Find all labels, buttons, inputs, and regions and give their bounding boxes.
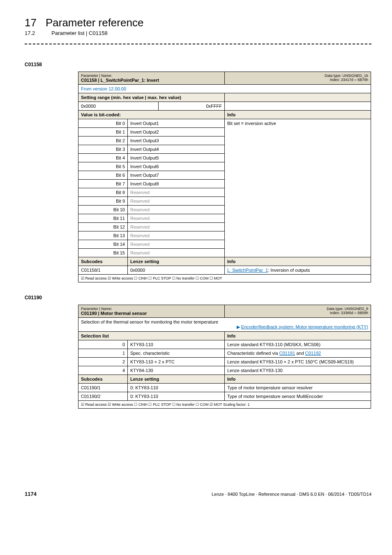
access-row: ☑ Read access ☑ Write access ☐ CINH ☐ PL…: [78, 275, 371, 282]
sel-num: 2: [78, 358, 128, 366]
subcode-info-suffix: : Inversion of outputs: [268, 268, 310, 273]
bit-desc: Reserved: [128, 197, 225, 206]
param-name-label: Parameter | Name:: [81, 307, 222, 311]
subcode-value: C01190/2: [78, 392, 128, 401]
divider: [25, 44, 371, 44]
link-c01191[interactable]: C01191: [279, 351, 295, 356]
access-row: ☑ Read access ☑ Write access ☐ CINH ☐ PL…: [78, 401, 371, 409]
bit-label: Bit 14: [78, 240, 128, 249]
param-index: Index: 23385d = 5B59h: [227, 311, 368, 315]
info-header: Info: [225, 257, 371, 266]
sel-info: Lenze standard KTY83-110 + 2 x PTC 150°C…: [225, 358, 371, 366]
sel-info: Lenze standard KTY83-130: [225, 366, 371, 375]
subcode-value: C01190/1: [78, 384, 128, 392]
bit-label: Bit 8: [78, 188, 128, 197]
lenze-header: Lenze setting: [128, 375, 225, 384]
sel-name: KTY83-110 + 2 x PTC: [128, 358, 225, 366]
bit-label: Bit 3: [78, 145, 128, 154]
bit-desc: Reserved: [128, 231, 225, 240]
subcode-info: Type of motor temperature sensor MultiEn…: [225, 392, 371, 401]
param-dtype: Data type: UNSIGNED_8: [227, 307, 368, 311]
bit-desc: Reserved: [128, 206, 225, 214]
version-cell: From version 12.00.00: [78, 85, 371, 93]
param-name-label: Parameter | Name:: [81, 74, 222, 78]
bit-label: Bit 15: [78, 249, 128, 257]
sel-info: Lenze standard KTY83-110 (MDSKX, MCS06): [225, 340, 371, 349]
description-cell: Selection of the thermal sensor for moni…: [78, 318, 371, 332]
bit-desc: Invert Output8: [128, 180, 225, 188]
bit-label: Bit 5: [78, 162, 128, 171]
param-index: Index: 23417d = 5B79h: [227, 78, 368, 82]
bit-desc: Invert Output5: [128, 154, 225, 162]
subcode-info: Type of motor temperature sensor resolve…: [225, 384, 371, 392]
lenze-value: 0x0000: [128, 266, 225, 275]
subcode-info: L_SwitchPointPar_1: Inversion of outputs: [225, 266, 371, 275]
link-encoder-feedback[interactable]: Encoder/feedback system: Motor temperatu…: [241, 324, 368, 329]
subcodes-header: Subcodes: [78, 375, 128, 384]
blank-cell: [225, 102, 371, 111]
bit-desc: Invert Output1: [128, 119, 225, 128]
section-number: 17.2: [25, 30, 35, 36]
sel-info: Characteristic defined via C01191 and C0…: [225, 349, 371, 358]
param-header-cell: Parameter | Name: C01190 | Motor thermal…: [78, 305, 225, 318]
selection-header: Selection list: [78, 332, 225, 340]
section-title: Parameter list | C01158: [51, 30, 107, 36]
bitcoded-label: Value is bit-coded:: [78, 111, 225, 119]
sel-name: Spec. characteristic: [128, 349, 225, 358]
bit-desc: Reserved: [128, 223, 225, 231]
bit-label: Bit 9: [78, 197, 128, 206]
page-footer: 1174 Lenze · 8400 TopLine · Reference ma…: [25, 491, 371, 497]
bit-label: Bit 4: [78, 154, 128, 162]
bit-desc: Reserved: [128, 188, 225, 197]
setting-range-label: Setting range (min. hex value | max. hex…: [78, 93, 225, 102]
param-name-value: C01190 | Motor thermal sensor: [81, 311, 222, 316]
bit-desc: Invert Output3: [128, 136, 225, 145]
table-c01158: Parameter | Name: C01158 | L_SwitchPoint…: [78, 72, 371, 282]
sel-name: KTY83-110: [128, 340, 225, 349]
bit-desc: Invert Output7: [128, 171, 225, 180]
bit-desc: Invert Output4: [128, 145, 225, 154]
chapter-title: Parameter reference: [46, 16, 143, 29]
bit-label: Bit 6: [78, 171, 128, 180]
bit-label: Bit 10: [78, 206, 128, 214]
info-header: Info: [225, 111, 371, 119]
blank-cell: [225, 93, 371, 102]
bit-label: Bit 0: [78, 119, 128, 128]
lenze-header: Lenze setting: [128, 257, 225, 266]
bit-label: Bit 11: [78, 214, 128, 223]
max-hex: 0xFFFF: [159, 102, 225, 111]
info-header: Info: [225, 332, 371, 340]
sel-num: 4: [78, 366, 128, 375]
link-c01192[interactable]: C01192: [305, 351, 321, 356]
link-switchpointpar[interactable]: L_SwitchPointPar_1: [227, 268, 268, 273]
table-c01190: Parameter | Name: C01190 | Motor thermal…: [78, 305, 371, 409]
description-text: Selection of the thermal sensor for moni…: [81, 319, 368, 324]
section-header: 17.2 Parameter list | C01158: [25, 30, 371, 36]
subcodes-header: Subcodes: [78, 257, 128, 266]
param-name-value: C01158 | L_SwitchPointPar_1: Invert: [81, 78, 222, 83]
page-number: 1174: [25, 491, 37, 497]
bit-desc: Reserved: [128, 214, 225, 223]
bit-desc: Reserved: [128, 249, 225, 257]
param-id-c01190: C01190: [25, 295, 371, 301]
bit-label: Bit 12: [78, 223, 128, 231]
param-dtype: Data type: UNSIGNED_16: [227, 74, 368, 78]
lenze-value: 0: KTY83-110: [128, 384, 225, 392]
bit-label: Bit 2: [78, 136, 128, 145]
sel-name: KTY84-130: [128, 366, 225, 375]
bit-info: Bit set = inversion active: [225, 119, 371, 257]
bit-label: Bit 7: [78, 180, 128, 188]
bit-desc: Invert Output2: [128, 128, 225, 136]
triangle-icon: ▶: [237, 324, 241, 329]
sel-num: 0: [78, 340, 128, 349]
sel-num: 1: [78, 349, 128, 358]
param-id-c01158: C01158: [25, 62, 371, 67]
chapter-number: 17: [25, 16, 37, 29]
chapter-header: 17 Parameter reference: [25, 16, 371, 29]
bit-label: Bit 13: [78, 231, 128, 240]
doc-info: Lenze · 8400 TopLine · Reference manual …: [212, 492, 371, 497]
info-header: Info: [225, 375, 371, 384]
lenze-value: 0: KTY83-110: [128, 392, 225, 401]
bit-desc: Reserved: [128, 240, 225, 249]
param-header-cell: Parameter | Name: C01158 | L_SwitchPoint…: [78, 72, 225, 85]
